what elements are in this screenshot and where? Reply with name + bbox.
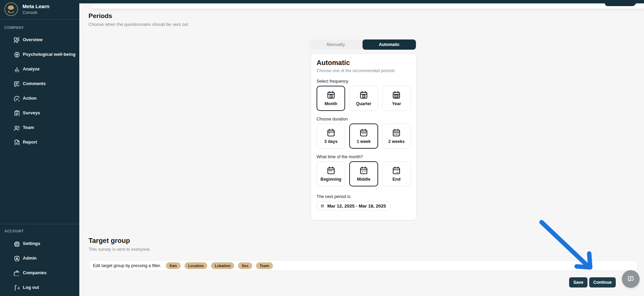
sidebar-item-label: Overview <box>23 37 43 42</box>
next-period-label: The next period is: <box>317 194 411 199</box>
sidebar-item-label: Companies <box>23 270 47 275</box>
calendar-dots-middle-icon <box>359 166 368 175</box>
account-nav: Settings Admin Companies Log out <box>0 236 79 295</box>
tab-automatic[interactable]: Automatic <box>363 39 416 50</box>
svg-text:12: 12 <box>395 94 398 98</box>
file-icon <box>13 139 19 145</box>
next-period-value: Mar 12, 2025 - Mar 18, 2025 <box>327 203 386 209</box>
option-label: Beginning <box>321 177 341 182</box>
sidebar-item-label: Action <box>23 96 36 101</box>
option-end[interactable]: End <box>382 161 411 186</box>
bar-chart-icon <box>13 66 19 72</box>
scrolled-card-edge <box>92 3 644 9</box>
sidebar-item-log-out[interactable]: Log out <box>0 280 79 295</box>
page-subtitle: Choose when the questionnaire should be … <box>88 22 188 27</box>
calendar-3-icon: 3 <box>359 91 368 100</box>
sidebar-item-comments[interactable]: Comments <box>0 76 79 91</box>
filter-chip-kon[interactable]: Køn <box>166 262 180 269</box>
filter-chip-sex[interactable]: Sex <box>238 262 252 269</box>
sidebar-item-psychological-well-being[interactable]: Psychological well-being <box>0 47 79 62</box>
frequency-options: 1 Month 3 Quarter 12 Year <box>317 86 411 111</box>
brand-subtitle: Console <box>22 10 49 15</box>
option-label: 1 week <box>357 139 371 144</box>
sidebar-item-label: Surveys <box>23 110 40 115</box>
option-label: Middle <box>357 177 371 182</box>
option-label: Year <box>392 101 401 106</box>
sidebar-divider <box>0 224 79 224</box>
sidebar-item-label: Comments <box>23 81 46 86</box>
sidebar-item-label: Analyze <box>23 66 39 71</box>
option-quarter[interactable]: 3 Quarter <box>349 86 378 111</box>
sidebar-item-admin[interactable]: Admin <box>0 251 79 265</box>
sidebar-item-settings[interactable]: Settings <box>0 236 79 251</box>
target-group-title: Target group <box>88 237 151 245</box>
users-icon <box>13 124 19 131</box>
sidebar-divider <box>0 19 79 20</box>
filter-chips: Køn Location Lokation Sex Team <box>166 262 273 269</box>
sidebar-item-label: Psychological well-being <box>23 52 76 57</box>
option-label: End <box>392 177 401 182</box>
filter-chip-lokation[interactable]: Lokation <box>211 262 234 269</box>
target-group-subtitle: This survey is sent to everyone. <box>88 247 151 252</box>
brand-name: Meta Learn <box>22 3 49 9</box>
target-group-header: Target group This survey is sent to ever… <box>88 237 151 252</box>
sidebar-item-label: Team <box>23 125 34 130</box>
calendar-12-icon: 12 <box>392 91 401 100</box>
calendar-dot-icon <box>326 128 336 137</box>
logout-icon <box>13 284 19 291</box>
option-1-week[interactable]: 1 week <box>349 124 378 149</box>
calendar-icon <box>321 203 324 209</box>
check-circle-icon <box>13 95 19 101</box>
option-year[interactable]: 12 Year <box>382 86 411 111</box>
brain-hand-logo-icon <box>4 2 18 16</box>
sidebar-item-report[interactable]: Report <box>0 135 79 149</box>
sidebar-item-overview[interactable]: Overview <box>0 32 79 47</box>
schedule-mode-toggle: Manually Automatic <box>309 39 416 50</box>
continue-button[interactable]: Continue <box>589 277 616 287</box>
calendar-1-icon: 1 <box>326 91 336 100</box>
target-group-filter-bar: Edit target group by pressing a filter. … <box>89 260 638 271</box>
next-period-value-field[interactable]: Mar 12, 2025 - Mar 18, 2025 <box>317 201 390 211</box>
account-section-label: ACCOUNT <box>4 229 24 233</box>
tab-manually[interactable]: Manually <box>309 39 363 50</box>
svg-text:3: 3 <box>363 94 365 98</box>
chevron-right-icon[interactable] <box>6 126 10 129</box>
sidebar-item-label: Admin <box>23 256 36 261</box>
time-of-month-label: What time of the month? <box>317 154 411 159</box>
frequency-label: Select frequency <box>317 79 411 84</box>
sidebar-item-analyze[interactable]: Analyze <box>0 62 79 76</box>
save-button[interactable]: Save <box>569 277 587 287</box>
shield-user-icon <box>13 255 19 261</box>
message-square-icon <box>13 80 19 87</box>
option-month[interactable]: 1 Month <box>317 86 345 111</box>
sidebar: Meta Learn Console COMPANY Overview Psyc… <box>0 0 79 296</box>
brand: Meta Learn Console <box>4 2 49 16</box>
chat-fab-button[interactable] <box>622 270 640 288</box>
option-3-days[interactable]: 3 days <box>317 124 345 149</box>
sidebar-item-action[interactable]: Action <box>0 91 79 105</box>
option-middle[interactable]: Middle <box>349 161 378 186</box>
card-title: Automatic <box>317 59 411 67</box>
clipboard-icon <box>13 110 19 116</box>
main-content: Periods Choose when the questionnaire sh… <box>79 0 644 296</box>
head-waves-icon <box>13 51 19 57</box>
sidebar-item-label: Report <box>23 139 37 145</box>
company-nav: Overview Psychological well-being Analyz… <box>0 32 79 149</box>
calendar-dots-bottom-icon <box>392 166 401 175</box>
option-2-weeks[interactable]: 2 weeks <box>382 124 411 149</box>
sidebar-item-team[interactable]: Team <box>0 120 79 135</box>
sidebar-item-surveys[interactable]: Surveys <box>0 105 79 120</box>
option-beginning[interactable]: Beginning <box>317 161 345 186</box>
periods-header: Periods Choose when the questionnaire sh… <box>88 12 188 27</box>
option-label: Quarter <box>356 101 371 106</box>
sidebar-item-label: Settings <box>23 241 40 246</box>
sidebar-item-label: Log out <box>23 285 39 290</box>
option-label: 2 weeks <box>388 139 405 144</box>
briefcase-icon <box>13 269 19 276</box>
card-subtitle: Choose one of the recommended periods <box>317 68 411 73</box>
filter-chip-location[interactable]: Location <box>184 262 208 269</box>
chat-bubble-icon <box>627 275 635 283</box>
filter-chip-team[interactable]: Team <box>256 262 273 269</box>
company-section-label: COMPANY <box>4 26 24 30</box>
sidebar-item-companies[interactable]: Companies <box>0 265 79 280</box>
